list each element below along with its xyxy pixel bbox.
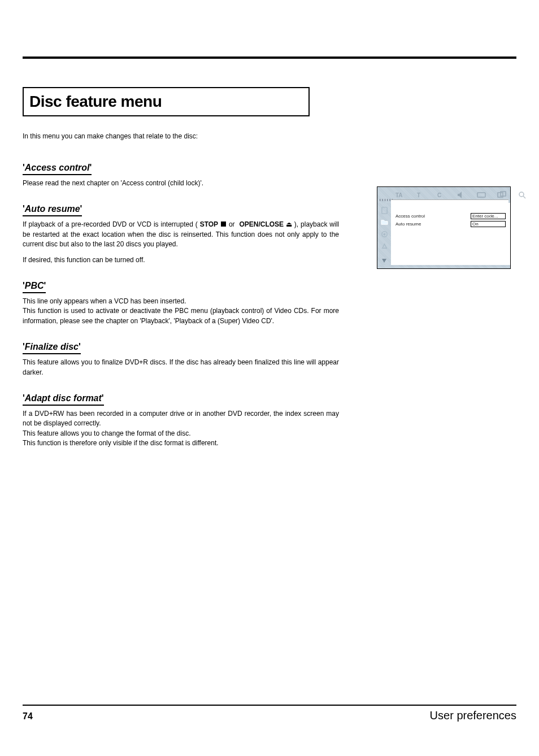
- section-access-control: 'Access control' Please read the next ch…: [23, 163, 516, 188]
- open-close-label: OPEN/CLOSE: [239, 220, 284, 228]
- osd-bottom-bar: [377, 265, 510, 268]
- osd-side-icon-install: [380, 242, 389, 250]
- osd-icon-t: T: [416, 190, 425, 199]
- svg-point-10: [383, 233, 385, 236]
- osd-illustration: I I I I I I TA T C Acces: [377, 186, 511, 269]
- osd-sidebar: [377, 203, 391, 265]
- osd-icon-c: C: [436, 190, 445, 199]
- osd-side-icon-prefs: [380, 206, 389, 215]
- osd-value: On: [471, 221, 506, 227]
- heading-adapt: 'Adapt disc format': [23, 393, 104, 406]
- top-rule: [23, 57, 516, 59]
- osd-value: Enter code...: [471, 213, 506, 219]
- svg-text:TA: TA: [395, 192, 403, 198]
- svg-point-6: [519, 192, 524, 197]
- osd-active-tab: [391, 199, 508, 203]
- page-number: 74: [23, 711, 33, 722]
- body-pbc: This line only appears when a VCD has be…: [23, 297, 339, 326]
- osd-top-bar: I I I I I I TA T C: [377, 187, 510, 203]
- osd-icon-ta: TA: [395, 190, 405, 199]
- osd-side-icon-record: [380, 230, 389, 238]
- stop-icon: [221, 221, 226, 227]
- heading-auto-resume: 'Auto resume': [23, 204, 82, 216]
- page-title: Disc feature menu: [29, 93, 162, 110]
- footer: 74 User preferences: [23, 705, 516, 722]
- body-finalize: This feature allows you to finalize DVD+…: [23, 358, 339, 377]
- eject-icon: ⏏: [286, 220, 292, 229]
- svg-text:C: C: [437, 192, 441, 198]
- osd-row-access-control: Access control Enter code...: [395, 213, 506, 219]
- osd-icon-angle: [497, 190, 506, 199]
- body-adapt: If a DVD+RW has been recorded in a compu…: [23, 409, 339, 449]
- osd-top-icons: TA T C: [395, 190, 527, 199]
- body-auto-resume: If playback of a pre-recorded DVD or VCD…: [23, 220, 339, 265]
- section-adapt: 'Adapt disc format' If a DVD+RW has been…: [23, 393, 516, 449]
- svg-line-7: [523, 196, 525, 198]
- intro-text: In this menu you can make changes that r…: [23, 132, 516, 140]
- body-access-control: Please read the next chapter on 'Access …: [23, 179, 339, 188]
- svg-text:T: T: [417, 192, 420, 198]
- svg-rect-8: [381, 207, 386, 214]
- osd-label: Access control: [395, 214, 471, 219]
- osd-icon-speaker: [457, 190, 466, 199]
- osd-icon-subtitle: [477, 190, 486, 199]
- osd-content: Access control Enter code... Auto resume…: [391, 203, 510, 265]
- heading-finalize: 'Finalize disc': [23, 342, 81, 354]
- osd-side-arrow-down-icon: [382, 259, 386, 263]
- osd-body: Access control Enter code... Auto resume…: [377, 203, 510, 265]
- stop-label: STOP: [200, 220, 218, 228]
- osd-side-icon-disc: [380, 218, 389, 227]
- heading-access-control: 'Access control': [23, 163, 92, 175]
- heading-pbc: 'PBC': [23, 281, 46, 293]
- svg-rect-3: [477, 193, 485, 197]
- title-box: Disc feature menu: [23, 87, 310, 116]
- section-finalize: 'Finalize disc' This feature allows you …: [23, 342, 516, 377]
- footer-section: User preferences: [430, 709, 516, 722]
- osd-label: Auto resume: [395, 221, 471, 227]
- osd-icon-zoom: [518, 190, 527, 199]
- section-pbc: 'PBC' This line only appears when a VCD …: [23, 281, 516, 326]
- osd-row-auto-resume: Auto resume On: [395, 221, 506, 227]
